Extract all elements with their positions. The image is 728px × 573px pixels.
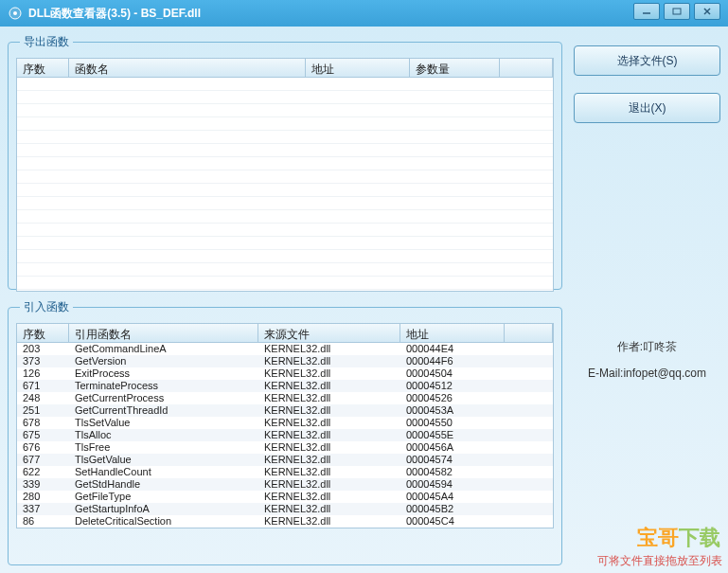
table-row[interactable] [17,250,553,263]
export-col-seq[interactable]: 序数 [17,59,69,77]
cell-name: GetStartupInfoA [69,503,258,515]
table-row[interactable]: 280GetFileTypeKERNEL32.dll000045A4 [17,491,553,503]
table-row[interactable]: 676TlsFreeKERNEL32.dll0000456A [17,441,553,454]
import-functions-panel: 引入函数 序数 引用函数名 来源文件 地址 203GetCommandLineA… [8,299,562,565]
import-table[interactable]: 序数 引用函数名 来源文件 地址 203GetCommandLineAKERNE… [16,323,554,528]
cell-src: KERNEL32.dll [258,478,400,491]
select-file-button[interactable]: 选择文件(S) [574,45,720,76]
table-row[interactable] [17,78,553,91]
import-legend: 引入函数 [20,299,73,315]
table-row[interactable]: 675TlsAllocKERNEL32.dll0000455E [17,429,553,441]
table-row[interactable] [17,237,553,250]
cell-seq: 671 [17,380,69,392]
cell-addr: 000044E4 [400,343,505,355]
cell-src: KERNEL32.dll [258,454,400,466]
maximize-button[interactable] [664,3,690,20]
watermark-a: 宝哥 [637,526,679,549]
import-col-name[interactable]: 引用函数名 [69,324,258,342]
cell-seq: 280 [17,491,69,503]
email-label: E-Mail:infopet@qq.com [574,367,720,380]
cell-name: GetCurrentThreadId [69,404,258,417]
cell-seq: 678 [17,417,69,429]
cell-name: TlsFree [69,441,258,454]
cell-src: KERNEL32.dll [258,503,400,515]
import-col-src[interactable]: 来源文件 [258,324,400,342]
watermark-b: 下载 [679,526,720,549]
table-row[interactable] [17,144,553,157]
table-row[interactable] [17,104,553,117]
table-row[interactable] [17,91,553,104]
cell-addr: 00004594 [400,478,505,491]
export-table-body[interactable] [17,78,553,291]
cell-src: KERNEL32.dll [258,404,400,417]
cell-seq: 251 [17,404,69,417]
svg-point-1 [13,11,17,15]
cell-src: KERNEL32.dll [258,355,400,367]
table-row[interactable] [17,197,553,210]
cell-addr: 000045C4 [400,515,505,528]
export-table[interactable]: 序数 函数名 地址 参数量 [16,58,554,292]
import-col-seq[interactable]: 序数 [17,324,69,342]
cell-src: KERNEL32.dll [258,380,400,392]
cell-src: KERNEL32.dll [258,515,400,528]
cell-seq: 373 [17,355,69,367]
exit-button[interactable]: 退出(X) [574,93,720,123]
cell-src: KERNEL32.dll [258,429,400,441]
close-button[interactable] [694,3,720,20]
table-row[interactable]: 248GetCurrentProcessKERNEL32.dll00004526 [17,392,553,404]
table-row[interactable] [17,263,553,277]
export-col-params[interactable]: 参数量 [410,59,500,77]
cell-addr: 0000453A [400,404,505,417]
table-row[interactable]: 373GetVersionKERNEL32.dll000044F6 [17,355,553,367]
cell-addr: 00004504 [400,367,505,380]
cell-name: GetVersion [69,355,258,367]
table-row[interactable]: 671TerminateProcessKERNEL32.dll00004512 [17,380,553,392]
import-col-addr[interactable]: 地址 [400,324,505,342]
table-row[interactable]: 86DeleteCriticalSectionKERNEL32.dll00004… [17,515,553,528]
drag-hint: 可将文件直接拖放至列表 [597,553,722,569]
table-row[interactable]: 678TlsSetValueKERNEL32.dll00004550 [17,417,553,429]
table-row[interactable] [17,117,553,131]
import-table-body[interactable]: 203GetCommandLineAKERNEL32.dll000044E437… [17,343,553,528]
export-col-name[interactable]: 函数名 [69,59,306,77]
cell-seq: 676 [17,441,69,454]
window-title: DLL函数查看器(3.5) - BS_DEF.dll [28,6,720,22]
info-block: 作者:叮咚茶 E-Mail:infopet@qq.com [574,339,720,391]
table-row[interactable] [17,157,553,170]
cell-seq: 677 [17,454,69,466]
cell-addr: 000045A4 [400,491,505,503]
window-controls [633,3,720,20]
cell-seq: 126 [17,367,69,380]
table-row[interactable] [17,184,553,197]
minimize-button[interactable] [633,3,660,20]
export-col-spacer [500,59,553,77]
cell-src: KERNEL32.dll [258,367,400,380]
cell-addr: 00004550 [400,417,505,429]
content-area: 导出函数 序数 函数名 地址 参数量 引入函数 序数 [0,27,728,573]
export-col-addr[interactable]: 地址 [306,59,410,77]
table-row[interactable]: 126ExitProcessKERNEL32.dll00004504 [17,367,553,380]
table-row[interactable] [17,277,553,290]
table-row[interactable] [17,170,553,184]
cell-name: SetHandleCount [69,466,258,478]
cell-seq: 203 [17,343,69,355]
table-row[interactable]: 677TlsGetValueKERNEL32.dll00004574 [17,454,553,466]
table-row[interactable]: 251GetCurrentThreadIdKERNEL32.dll0000453… [17,404,553,417]
cell-name: GetCommandLineA [69,343,258,355]
table-row[interactable]: 203GetCommandLineAKERNEL32.dll000044E4 [17,343,553,355]
cell-addr: 0000455E [400,429,505,441]
table-row[interactable] [17,210,553,224]
cell-addr: 00004582 [400,466,505,478]
export-table-header: 序数 函数名 地址 参数量 [17,59,553,78]
cell-addr: 0000456A [400,441,505,454]
cell-addr: 00004574 [400,454,505,466]
table-row[interactable] [17,131,553,144]
table-row[interactable]: 339GetStdHandleKERNEL32.dll00004594 [17,478,553,491]
cell-name: TerminateProcess [69,380,258,392]
titlebar: DLL函数查看器(3.5) - BS_DEF.dll [0,0,728,27]
table-row[interactable]: 622SetHandleCountKERNEL32.dll00004582 [17,466,553,478]
table-row[interactable]: 337GetStartupInfoAKERNEL32.dll000045B2 [17,503,553,515]
import-col-spacer [505,324,553,342]
table-row[interactable] [17,224,553,237]
cell-src: KERNEL32.dll [258,466,400,478]
